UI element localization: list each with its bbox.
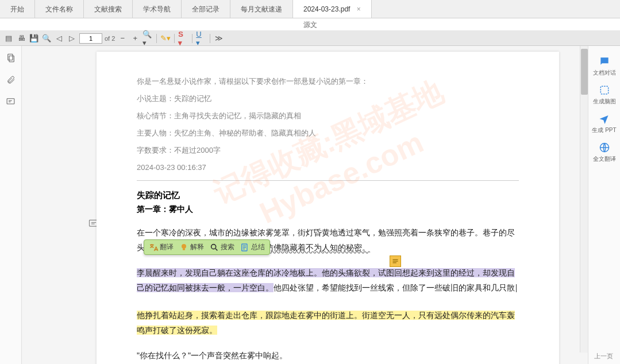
ctx-translate-button[interactable]: 翻译 (149, 242, 174, 252)
attachment-icon[interactable] (5, 73, 17, 86)
page-total-label: of 2 (105, 35, 115, 42)
tab-active-file[interactable]: 2024-03-23.pdf × (293, 0, 372, 18)
separator (156, 34, 157, 43)
tab-start[interactable]: 开始 (0, 0, 35, 18)
right-chat-label: 文档对话 (593, 69, 616, 76)
svg-rect-0 (7, 54, 12, 60)
document-page: 记得收藏:黑域基地 Hybase.com 你是一名悬疑小说作家，请根据以下要求创… (97, 52, 559, 364)
toolbar: ▤ 🖶 💾 🔍 ◁ ▷ of 2 − + 🔍▾ ✎▾ S ▾ U ▾ ≫ (0, 31, 620, 46)
copy-icon[interactable] (5, 52, 17, 64)
right-mindmap-label: 生成脑图 (593, 98, 616, 104)
save-icon[interactable]: 💾 (29, 33, 39, 44)
svg-rect-14 (183, 249, 185, 250)
next-page-icon[interactable]: ▷ (67, 33, 77, 44)
ctx-explain-button[interactable]: 解释 (179, 242, 204, 252)
highlight-icon[interactable]: ✎▾ (160, 33, 171, 44)
scroll-thumb[interactable] (581, 49, 588, 95)
paragraph-4: "你在找什么？"一个声音突然在雾中响起。 (137, 348, 519, 363)
tab-file-label: 2024-03-23.pdf (303, 5, 350, 13)
svg-point-13 (182, 244, 186, 249)
meta-line-5: 字数要求：不超过2000字 (137, 144, 519, 157)
right-translate-button[interactable]: 全文翻译 (593, 139, 616, 164)
paragraph-2: 李晨醒来时，发现自己躺在这座仓库的冰冷地板上。他的头痛欲裂，试图回想起来到这里的… (137, 265, 519, 295)
doc-title: 失踪的记忆 (137, 190, 519, 201)
svg-point-15 (211, 244, 216, 249)
close-icon[interactable]: × (357, 5, 361, 13)
translate-icon (149, 243, 158, 252)
tab-monthly[interactable]: 每月文献速递 (230, 0, 293, 18)
underline-icon[interactable]: U ▾ (196, 33, 206, 44)
svg-rect-1 (9, 56, 14, 62)
tab-filename[interactable]: 文件名称 (35, 0, 84, 18)
find-icon[interactable]: 🔍 (41, 33, 52, 44)
right-sidebar: 文档对话 生成脑图 生成 PPT 全文翻译 (588, 46, 620, 364)
sticky-note-icon[interactable] (390, 255, 401, 267)
svg-rect-11 (600, 86, 608, 94)
meta-line-3: 核心情节：主角寻找失去的记忆，揭示隐藏的真相 (137, 109, 519, 123)
separator (210, 34, 210, 43)
right-ppt-label: 生成 PPT (592, 127, 616, 133)
zoom-out-icon[interactable]: − (117, 33, 128, 44)
meta-line-4: 主要人物：失忆的主角、神秘的帮助者、隐藏真相的人 (137, 126, 519, 140)
divider (137, 180, 519, 181)
highlighted-text: 他挣扎着站起身，摸索着走出仓库，跟踪地走在雾中的街道上。街道空无一人，只有远处偶… (137, 311, 515, 335)
text-cursor (516, 284, 517, 292)
meta-line-6: 2024-03-23 00:16:37 (137, 161, 519, 175)
document-viewport: 记得收藏:黑域基地 Hybase.com 你是一名悬疑小说作家，请根据以下要求创… (22, 46, 588, 364)
left-sidebar (0, 46, 22, 364)
meta-line-1: 你是一名悬疑小说作家，请根据以下要求创作一部悬疑小说的第一章： (137, 75, 519, 88)
comment-icon[interactable] (5, 95, 17, 108)
right-translate-label: 全文翻译 (593, 156, 616, 162)
more-icon[interactable]: ≫ (214, 33, 224, 44)
doc-subtitle: 第一章：雾中人 (137, 204, 519, 215)
strikethrough-icon[interactable]: S ▾ (178, 33, 188, 44)
zoom-dropdown-icon[interactable]: 🔍▾ (143, 33, 153, 44)
sub-header-label: 源文 (0, 18, 620, 31)
paragraph-3: 他挣扎着站起身，摸索着走出仓库，跟踪地走在雾中的街道上。街道空无一人，只有远处偶… (137, 308, 519, 338)
chat-icon (598, 55, 611, 68)
selection-context-menu: 翻译 解释 搜索 总结 (144, 239, 270, 255)
sidebar-toggle-icon[interactable]: ▤ (3, 33, 14, 44)
tab-nav[interactable]: 学术导航 (133, 0, 182, 18)
summary-icon (240, 243, 249, 252)
ctx-summary-button[interactable]: 总结 (240, 242, 265, 252)
prev-page-label[interactable]: 上一页 (594, 352, 613, 361)
print-icon[interactable]: 🖶 (16, 33, 26, 44)
vertical-scrollbar[interactable] (580, 46, 588, 353)
globe-icon (598, 141, 611, 154)
prev-page-icon[interactable]: ◁ (54, 33, 64, 44)
right-mindmap-button[interactable]: 生成脑图 (593, 82, 616, 107)
meta-line-2: 小说主题：失踪的记忆 (137, 92, 519, 106)
right-chat-button[interactable]: 文档对话 (593, 53, 616, 78)
right-ppt-button[interactable]: 生成 PPT (592, 110, 616, 135)
svg-line-16 (215, 249, 217, 250)
ctx-search-button[interactable]: 搜索 (210, 242, 234, 252)
mindmap-icon (598, 84, 611, 96)
zoom-in-icon[interactable]: + (130, 33, 140, 44)
separator (192, 34, 192, 43)
page-number-input[interactable] (79, 33, 102, 44)
lightbulb-icon (179, 243, 188, 252)
separator (174, 34, 175, 43)
tab-all-records[interactable]: 全部记录 (182, 0, 230, 18)
search-icon (210, 243, 219, 252)
ppt-icon (598, 113, 610, 125)
svg-rect-2 (7, 98, 14, 103)
tab-search[interactable]: 文献搜索 (84, 0, 133, 18)
